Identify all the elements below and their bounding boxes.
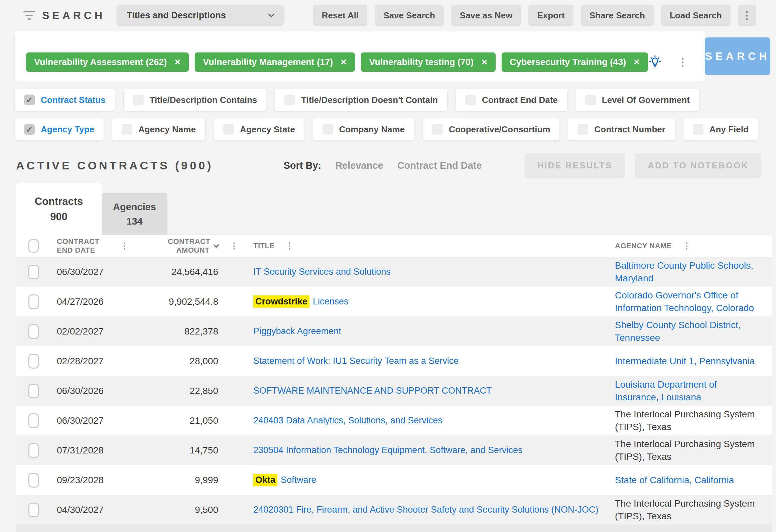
filter-pill-cooperative-consortium[interactable]: Cooperative/Consortium bbox=[423, 118, 559, 140]
agency-link[interactable]: Shelby County School District, Tennessee bbox=[615, 320, 741, 343]
column-menu-icon[interactable]: ⋮ bbox=[230, 242, 238, 249]
contract-end-date: 09/23/2028 bbox=[48, 475, 116, 486]
row-checkbox[interactable] bbox=[28, 384, 39, 398]
agency-name: The Interlocal Purchasing System (TIPS),… bbox=[615, 408, 772, 433]
search-options-kebab-icon[interactable]: ⋮ bbox=[677, 57, 687, 67]
checkbox-unchecked-icon[interactable] bbox=[693, 124, 703, 135]
agency-link[interactable]: Louisiana Department of Insurance, Louis… bbox=[615, 379, 717, 402]
filter-pill-agency-type[interactable]: ✓ Agency Type bbox=[15, 118, 104, 140]
contract-title-link[interactable]: IT Security Services and Solutions bbox=[253, 267, 391, 277]
remove-tag-icon[interactable]: ✕ bbox=[340, 58, 347, 66]
sort-option-relevance[interactable]: Relevance bbox=[335, 160, 383, 171]
reset-all-button[interactable]: Reset All bbox=[313, 5, 367, 26]
contract-title-link[interactable]: Licenses bbox=[313, 296, 349, 307]
row-checkbox[interactable] bbox=[28, 443, 39, 458]
toolbar-more-button[interactable]: ⋮ bbox=[738, 5, 756, 26]
checkbox-checked-icon[interactable]: ✓ bbox=[24, 95, 35, 105]
filter-pill-agency-state[interactable]: Agency State bbox=[214, 118, 304, 140]
search-tag[interactable]: Cybersecurity Training (43) ✕ bbox=[502, 52, 648, 72]
search-tag[interactable]: Vulnerability Management (17) ✕ bbox=[195, 52, 355, 72]
remove-tag-icon[interactable]: ✕ bbox=[174, 58, 181, 66]
checkbox-unchecked-icon[interactable] bbox=[322, 124, 333, 135]
row-checkbox[interactable] bbox=[28, 354, 39, 369]
column-header-title[interactable]: Title bbox=[253, 242, 275, 250]
checkbox-unchecked-icon[interactable] bbox=[284, 95, 295, 105]
filter-pill-contract-number[interactable]: Contract Number bbox=[568, 118, 674, 140]
tab-agencies[interactable]: Agencies 134 bbox=[102, 193, 167, 235]
filter-pill-contract-status[interactable]: ✓ Contract Status bbox=[15, 89, 115, 111]
checkbox-unchecked-icon[interactable] bbox=[465, 95, 476, 105]
contract-title-link[interactable]: Statement of Work: IU1 Security Team as … bbox=[253, 356, 459, 366]
contract-search-page: SEARCH Titles and Descriptions Reset All… bbox=[0, 0, 776, 532]
agency-link[interactable]: Intermediate Unit 1, Pennsylvania bbox=[615, 356, 755, 366]
filter-pill-contract-end-date[interactable]: Contract End Date bbox=[456, 89, 567, 111]
search-tag[interactable]: Vulnerability testing (70) ✕ bbox=[361, 52, 496, 72]
chevron-down-icon bbox=[268, 11, 275, 17]
contract-title-link[interactable]: 230504 Information Technology Equipment,… bbox=[253, 445, 523, 455]
sort-option-contract-end-date[interactable]: Contract End Date bbox=[397, 160, 482, 171]
contract-amount: 9,902,544.8 bbox=[133, 296, 218, 307]
results-actions: HIDE RESULTS ADD TO NOTEBOOK bbox=[525, 153, 761, 178]
column-header-contract-end-date[interactable]: Contract End Date bbox=[57, 237, 99, 255]
column-header-contract-amount[interactable]: Contract Amount bbox=[168, 237, 210, 255]
filter-pill-level-of-government[interactable]: Level Of Government bbox=[576, 89, 699, 111]
search-tags: Vulnerability Assessment (262) ✕ Vulnera… bbox=[26, 52, 648, 72]
suggestions-lightbulb-icon[interactable] bbox=[648, 55, 662, 69]
contract-title-link[interactable]: Software bbox=[281, 475, 316, 485]
agency-link[interactable]: State of California, California bbox=[615, 475, 734, 485]
agency-link[interactable]: Colorado Governor's Office of Informatio… bbox=[615, 290, 754, 313]
column-menu-icon[interactable]: ⋮ bbox=[121, 242, 129, 249]
contract-title-link[interactable]: 24020301 Fire, Firearm, and Active Shoot… bbox=[253, 505, 598, 515]
contract-title-link[interactable]: Piggyback Agreement bbox=[253, 326, 341, 337]
row-checkbox[interactable] bbox=[28, 324, 39, 339]
hide-results-button[interactable]: HIDE RESULTS bbox=[525, 153, 625, 178]
search-scope-dropdown[interactable]: Titles and Descriptions bbox=[117, 5, 284, 26]
contract-end-date: 06/30/2027 bbox=[48, 415, 116, 426]
search-scope-value: Titles and Descriptions bbox=[127, 10, 226, 21]
checkbox-unchecked-icon[interactable] bbox=[223, 124, 234, 135]
save-as-new-button[interactable]: Save as New bbox=[451, 5, 521, 26]
column-menu-icon[interactable]: ⋮ bbox=[682, 242, 691, 249]
save-search-button[interactable]: Save Search bbox=[375, 5, 444, 26]
search-query-box[interactable]: Vulnerability Assessment (262) ✕ Vulnera… bbox=[15, 31, 705, 82]
remove-tag-icon[interactable]: ✕ bbox=[633, 58, 640, 66]
table-row: 02/28/2027 28,000 Statement of Work: IU1… bbox=[16, 346, 772, 376]
row-checkbox[interactable] bbox=[28, 265, 39, 279]
row-checkbox[interactable] bbox=[28, 294, 39, 309]
contract-title-link[interactable]: 240403 Data Analytics, Solutions, and Se… bbox=[253, 415, 442, 426]
row-checkbox[interactable] bbox=[28, 503, 39, 517]
search-button[interactable]: SEARCH bbox=[705, 37, 770, 75]
filter-pill-agency-name[interactable]: Agency Name bbox=[112, 118, 205, 140]
share-search-button[interactable]: Share Search bbox=[581, 5, 654, 26]
contract-end-date: 06/30/2026 bbox=[48, 386, 116, 396]
filter-pill-title-description-doesnt-contain[interactable]: Title/Description Doesn't Contain bbox=[275, 89, 447, 111]
checkbox-unchecked-icon[interactable] bbox=[577, 124, 588, 135]
checkbox-unchecked-icon[interactable] bbox=[133, 95, 144, 105]
row-checkbox[interactable] bbox=[28, 413, 39, 428]
kebab-icon: ⋮ bbox=[742, 10, 752, 20]
tab-label: Agencies bbox=[113, 202, 156, 213]
filter-pill-company-name[interactable]: Company Name bbox=[313, 118, 414, 140]
column-header-agency-name[interactable]: Agency Name bbox=[615, 242, 672, 250]
select-all-checkbox[interactable] bbox=[28, 239, 39, 253]
row-checkbox[interactable] bbox=[28, 473, 39, 488]
agency-link[interactable]: Baltimore County Public Schools, Marylan… bbox=[615, 260, 753, 283]
add-to-notebook-button[interactable]: ADD TO NOTEBOOK bbox=[635, 153, 761, 178]
table-row: 04/27/2026 9,902,544.8 Crowdstrike Licen… bbox=[16, 287, 772, 316]
tab-contracts[interactable]: Contracts 900 bbox=[16, 183, 102, 235]
column-menu-icon[interactable]: ⋮ bbox=[285, 242, 294, 249]
checkbox-checked-icon[interactable]: ✓ bbox=[24, 124, 35, 135]
filter-pill-title-description-contains[interactable]: Title/Description Contains bbox=[124, 89, 267, 111]
checkbox-unchecked-icon[interactable] bbox=[122, 124, 132, 135]
filter-funnel-icon bbox=[23, 11, 35, 20]
table-row: 06/30/2026 22,850 SOFTWARE MAINTENANCE A… bbox=[16, 376, 772, 406]
checkbox-unchecked-icon[interactable] bbox=[585, 95, 596, 105]
contract-title-link[interactable]: SOFTWARE MAINTENANCE AND SUPPORT CONTRAC… bbox=[253, 386, 492, 396]
search-tag[interactable]: Vulnerability Assessment (262) ✕ bbox=[26, 52, 189, 72]
checkbox-unchecked-icon[interactable] bbox=[432, 124, 443, 135]
remove-tag-icon[interactable]: ✕ bbox=[481, 58, 488, 66]
export-button[interactable]: Export bbox=[528, 5, 573, 26]
load-search-button[interactable]: Load Search bbox=[661, 5, 731, 26]
filter-pill-any-field[interactable]: Any Field bbox=[683, 118, 758, 140]
filter-row-1: ✓ Contract Status Title/Description Cont… bbox=[15, 89, 761, 111]
